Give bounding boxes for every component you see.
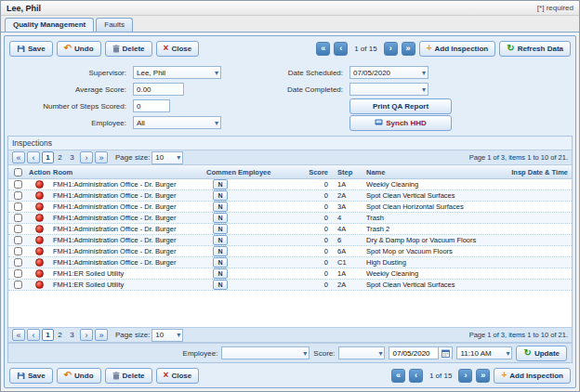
pager-next-button[interactable]: › — [80, 329, 93, 341]
action-icon[interactable] — [35, 203, 44, 211]
last-record-button[interactable]: » — [476, 369, 490, 383]
action-icon[interactable] — [35, 191, 44, 200]
save-icon — [17, 45, 25, 53]
row-checkbox[interactable] — [14, 214, 22, 222]
steps-scored-input[interactable] — [133, 99, 170, 112]
last-record-button[interactable]: » — [402, 42, 415, 56]
delete-button[interactable]: Delete — [105, 41, 152, 57]
action-icon[interactable] — [35, 269, 44, 278]
column-header-step[interactable]: Step — [333, 168, 364, 176]
pager-first-button[interactable]: « — [12, 329, 25, 341]
print-qa-report-button[interactable]: Print QA Report — [349, 98, 452, 114]
room-cell: FMH1:Administration Office - Dr. Burger — [51, 180, 204, 189]
update-button[interactable]: ↻ Update — [516, 346, 567, 361]
comment-button[interactable]: N — [213, 257, 228, 268]
prev-record-button[interactable]: ‹ — [409, 369, 423, 383]
next-record-button[interactable]: › — [458, 369, 472, 383]
action-icon[interactable] — [35, 247, 44, 255]
edit-time-select[interactable]: 11:10 AM ▾ — [456, 346, 512, 359]
pager-page-button-3[interactable]: 3 — [66, 151, 78, 163]
page-size-select[interactable]: 10 ▾ — [152, 151, 183, 164]
row-checkbox[interactable] — [14, 191, 22, 200]
pager-last-button[interactable]: » — [95, 151, 108, 163]
pager-page-button-2[interactable]: 2 — [54, 329, 66, 341]
comment-button[interactable]: N — [213, 190, 228, 201]
delete-button[interactable]: Delete — [105, 368, 152, 384]
column-header-comment[interactable]: Comment — [204, 168, 236, 176]
comment-button[interactable]: N — [213, 202, 228, 212]
edit-employee-select[interactable]: ▾ — [221, 346, 310, 359]
table-row: FMH1:Administration Office - Dr. BurgerN… — [8, 190, 572, 202]
date-completed-select[interactable]: ▾ — [349, 83, 428, 96]
comment-cell: N — [204, 190, 236, 201]
close-button[interactable]: × Close — [156, 368, 200, 384]
page-size-select[interactable]: 10 ▾ — [152, 329, 183, 342]
pager-first-button[interactable]: « — [12, 151, 25, 163]
row-checkbox[interactable] — [14, 225, 22, 233]
select-all-checkbox[interactable] — [14, 168, 22, 176]
column-header-name[interactable]: Name — [364, 168, 504, 176]
next-record-button[interactable]: › — [384, 42, 398, 56]
edit-score-select[interactable]: ▾ — [338, 346, 385, 359]
pager-page-button-2[interactable]: 2 — [54, 151, 66, 163]
add-inspection-button[interactable]: + Add Inspection — [419, 41, 496, 57]
chevron-down-icon: ▾ — [177, 153, 180, 162]
name-cell: High Dusting — [364, 258, 504, 267]
record-page-indicator: 1 of 15 — [354, 45, 376, 53]
undo-button[interactable]: ↶ Undo — [57, 41, 101, 57]
column-header-room[interactable]: Room — [51, 168, 204, 176]
comment-button[interactable]: N — [213, 224, 228, 234]
action-icon[interactable] — [35, 236, 44, 244]
action-icon[interactable] — [35, 225, 44, 233]
row-checkbox[interactable] — [14, 203, 22, 211]
date-scheduled-select[interactable]: 07/05/2020 ▾ — [349, 66, 428, 79]
pager-prev-button[interactable]: ‹ — [27, 329, 40, 341]
first-record-button[interactable]: « — [316, 42, 330, 56]
row-checkbox[interactable] — [14, 258, 22, 267]
action-icon[interactable] — [35, 180, 44, 189]
add-inspection-button[interactable]: + Add Inspection — [494, 368, 571, 384]
comment-button[interactable]: N — [213, 280, 228, 290]
pager-page-button-3[interactable]: 3 — [66, 329, 78, 341]
comment-button[interactable]: N — [213, 213, 228, 223]
refresh-data-button[interactable]: ↻ Refresh Data — [499, 41, 571, 57]
supervisor-select[interactable]: Lee, Phil ▾ — [133, 66, 221, 79]
first-record-button[interactable]: « — [391, 369, 405, 383]
row-checkbox[interactable] — [14, 180, 22, 189]
pager-page-button-1[interactable]: 1 — [42, 329, 54, 341]
pager-page-button-1[interactable]: 1 — [42, 151, 54, 163]
comment-button[interactable]: N — [213, 179, 228, 189]
action-icon[interactable] — [35, 281, 44, 289]
pager-next-button[interactable]: › — [80, 151, 93, 163]
action-icon[interactable] — [35, 214, 44, 222]
tab-faults[interactable]: Faults — [96, 18, 133, 32]
comment-button[interactable]: N — [213, 235, 228, 245]
comment-button[interactable]: N — [213, 268, 228, 279]
synch-hhd-button[interactable]: Synch HHD — [349, 115, 452, 131]
pager-last-button[interactable]: » — [95, 329, 108, 341]
close-button[interactable]: × Close — [156, 41, 200, 57]
save-button[interactable]: Save — [9, 368, 53, 384]
row-checkbox[interactable] — [14, 247, 22, 255]
edit-date-input[interactable] — [389, 347, 438, 359]
row-checkbox[interactable] — [14, 236, 22, 244]
average-score-input[interactable] — [133, 83, 184, 96]
inspections-grid: Action Room Comment Employee Score Step … — [8, 165, 572, 327]
prev-record-button[interactable]: ‹ — [334, 42, 348, 56]
row-checkbox[interactable] — [14, 281, 22, 289]
room-cell: FMH1:Administration Office - Dr. Burger — [51, 203, 204, 211]
column-header-score[interactable]: Score — [307, 168, 333, 176]
column-header-employee[interactable]: Employee — [236, 168, 307, 176]
undo-button[interactable]: ↶ Undo — [57, 368, 101, 384]
row-checkbox[interactable] — [14, 269, 22, 278]
chevron-down-icon: ▾ — [303, 349, 307, 358]
pager-prev-button[interactable]: ‹ — [27, 151, 40, 163]
action-icon[interactable] — [35, 258, 44, 267]
row-checkbox-cell — [8, 180, 27, 189]
save-button[interactable]: Save — [9, 41, 53, 57]
tab-quality-management[interactable]: Quality Management — [5, 18, 94, 32]
calendar-icon[interactable] — [438, 347, 452, 359]
employee-select[interactable]: All ▾ — [133, 116, 221, 129]
column-header-insp-date[interactable]: Insp Date & Time — [504, 168, 572, 176]
comment-button[interactable]: N — [213, 246, 228, 256]
